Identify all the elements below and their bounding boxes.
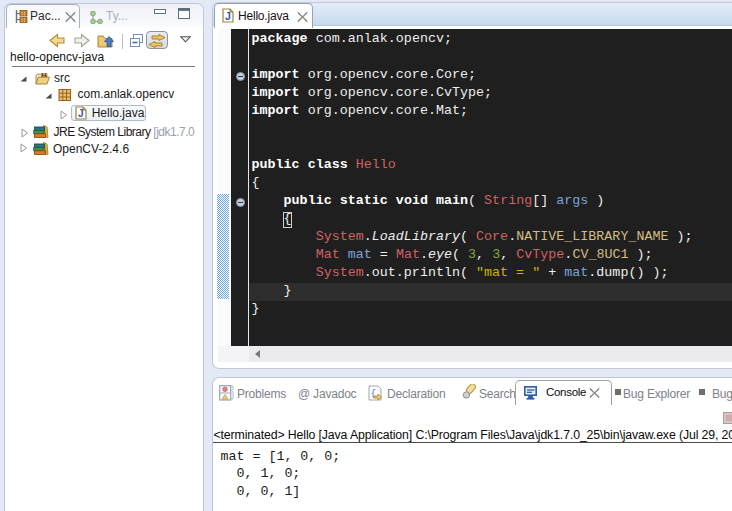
svg-text:J: J	[225, 10, 231, 22]
svg-text:J: J	[78, 108, 84, 119]
